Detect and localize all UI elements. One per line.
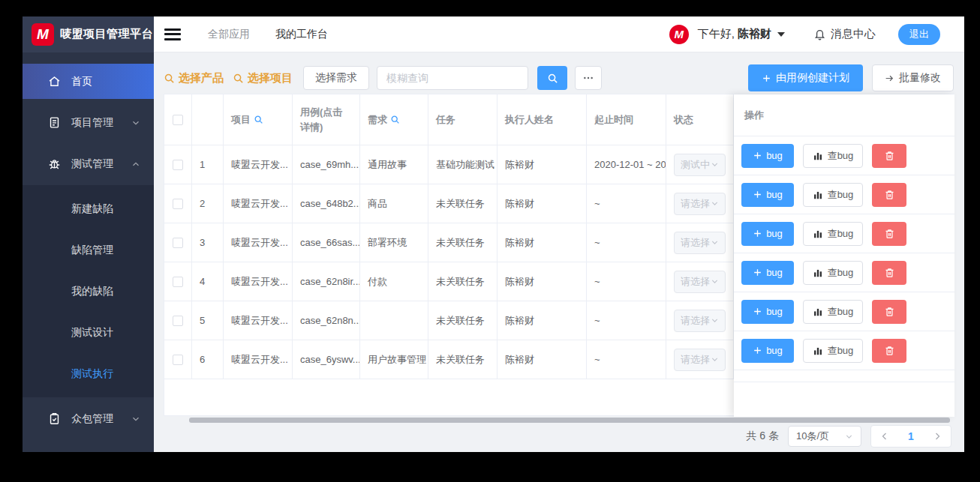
message-center[interactable]: 消息中心 [813, 27, 876, 41]
nav-my-workbench[interactable]: 我的工作台 [275, 28, 328, 41]
bar-chart-icon [813, 190, 823, 200]
search-icon [233, 73, 244, 84]
cell-case[interactable]: case_66sas... [293, 223, 360, 262]
search-icon[interactable] [390, 115, 400, 124]
cell-task: 基础功能测试 [428, 145, 498, 184]
cell-case[interactable]: case_62n8n... [293, 301, 360, 340]
add-bug-button[interactable]: bug [741, 261, 794, 285]
search-input[interactable] [377, 66, 528, 90]
actions-row: bug 查bug [734, 214, 954, 253]
row-checkbox[interactable] [173, 316, 183, 326]
test-plan-table: 项目 用例(点击详情) 需求 任务 执行人姓名 起止时间 状态 1 唛盟云开发.… [164, 94, 954, 416]
sidebar-item-project-mgmt[interactable]: 项目管理 [23, 105, 154, 140]
cell-index: 4 [192, 262, 224, 301]
row-checkbox[interactable] [173, 355, 183, 365]
view-bug-button[interactable]: 查bug [803, 183, 863, 207]
plus-icon [753, 346, 762, 355]
delete-button[interactable] [872, 222, 906, 246]
view-bug-button[interactable]: 查bug [803, 300, 863, 324]
user-name[interactable]: 陈裕财 [738, 27, 771, 41]
cell-case[interactable]: case_69mh... [293, 145, 360, 184]
select-all-checkbox[interactable] [173, 115, 183, 125]
cell-index: 6 [192, 340, 224, 379]
sidebar-item-defect-mgmt[interactable]: 缺陷管理 [23, 229, 154, 271]
total-count: 共 6 条 [746, 430, 779, 443]
sidebar-item-label: 众包管理 [71, 412, 113, 426]
sidebar-item-test-design[interactable]: 测试设计 [23, 312, 154, 353]
prev-page-icon[interactable] [880, 432, 889, 441]
row-checkbox[interactable] [173, 238, 183, 248]
select-requirement-button[interactable]: 选择需求 [303, 66, 369, 90]
home-icon [48, 75, 61, 88]
header-right: M 下午好, 陈裕财 消息中心 退出 [669, 24, 964, 45]
cell-requirement: 部署环境 [360, 223, 428, 262]
sidebar-item-new-defect[interactable]: 新建缺陷 [23, 188, 154, 229]
cell-task: 未关联任务 [428, 262, 498, 301]
sidebar-item-test-mgmt[interactable]: 测试管理 [23, 146, 154, 181]
delete-button[interactable] [872, 261, 906, 285]
sidebar-item-my-defects[interactable]: 我的缺陷 [23, 271, 154, 312]
cell-index: 1 [192, 145, 224, 184]
chevron-up-icon [131, 160, 140, 169]
select-project-link[interactable]: 选择项目 [233, 71, 293, 85]
cell-case[interactable]: case_62n8ir... [293, 262, 360, 301]
actions-row: bug 查bug [734, 292, 954, 331]
view-bug-button[interactable]: 查bug [803, 144, 863, 168]
cell-index: 3 [192, 223, 224, 262]
delete-button[interactable] [872, 183, 906, 207]
view-bug-button[interactable]: 查bug [803, 222, 863, 246]
current-page[interactable]: 1 [908, 430, 914, 442]
add-bug-button[interactable]: bug [741, 144, 794, 168]
sidebar-item-home[interactable]: 首页 [23, 64, 154, 99]
logout-button[interactable]: 退出 [898, 24, 940, 45]
sidebar-item-test-execution[interactable]: 测试执行 [23, 353, 154, 394]
batch-edit-button[interactable]: 批量修改 [872, 64, 954, 91]
select-product-link[interactable]: 选择产品 [164, 71, 224, 85]
cell-dates: ~ [587, 340, 666, 379]
next-page-icon[interactable] [933, 432, 942, 441]
cell-project: 唛盟云开发... [224, 184, 293, 223]
status-select[interactable]: 请选择 [674, 349, 726, 371]
nav-all-apps[interactable]: 全部应用 [208, 28, 250, 41]
plus-icon [753, 268, 762, 277]
plus-icon [753, 229, 762, 238]
avatar[interactable]: M [669, 25, 689, 44]
search-button[interactable] [537, 66, 567, 90]
user-menu-caret-icon[interactable] [777, 32, 785, 37]
brand: M 唛盟项目管理平台 [23, 16, 154, 52]
add-bug-button[interactable]: bug [741, 339, 794, 363]
page-size-value: 10条/页 [796, 430, 829, 443]
page-size-select[interactable]: 10条/页 [788, 426, 861, 447]
view-bug-button[interactable]: 查bug [803, 339, 863, 363]
status-select[interactable]: 请选择 [674, 232, 726, 254]
app-title: 唛盟项目管理平台 [60, 27, 153, 41]
plus-icon [753, 307, 762, 316]
add-bug-button[interactable]: bug [741, 222, 794, 246]
row-checkbox[interactable] [173, 160, 183, 170]
sidebar-item-crowdsourcing[interactable]: 众包管理 [23, 401, 154, 436]
delete-button[interactable] [872, 300, 906, 324]
row-checkbox[interactable] [173, 199, 183, 209]
create-plan-label: 由用例创建计划 [776, 71, 849, 85]
delete-button[interactable] [872, 339, 906, 363]
status-select[interactable]: 请选择 [674, 310, 726, 332]
cell-requirement: 付款 [360, 262, 428, 301]
search-icon[interactable] [254, 115, 263, 124]
header-cell-status: 状态 [666, 94, 734, 145]
view-bug-button[interactable]: 查bug [803, 261, 863, 285]
chevron-down-icon [711, 238, 719, 247]
cell-case[interactable]: case_648b2... [293, 184, 360, 223]
row-checkbox[interactable] [173, 277, 183, 287]
delete-button[interactable] [872, 144, 906, 168]
status-select[interactable]: 测试中 [674, 154, 726, 176]
more-filters-button[interactable] [575, 66, 602, 90]
create-plan-from-case-button[interactable]: 由用例创建计划 [748, 64, 863, 91]
status-select[interactable]: 请选择 [674, 271, 726, 293]
add-bug-button[interactable]: bug [741, 300, 794, 324]
add-bug-button[interactable]: bug [741, 183, 794, 207]
hamburger-menu-icon[interactable] [164, 28, 181, 40]
cell-case[interactable]: case_6yswv... [293, 340, 360, 379]
horizontal-scrollbar[interactable] [189, 418, 950, 423]
cell-requirement: 商品 [360, 184, 428, 223]
status-select[interactable]: 请选择 [674, 193, 726, 215]
